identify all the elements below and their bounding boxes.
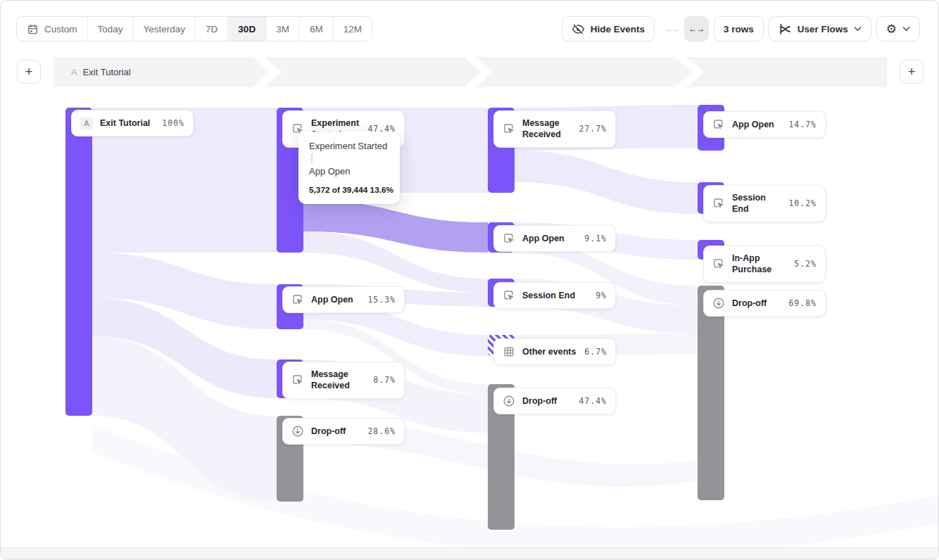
collapse-arrows-icon: →← — [664, 24, 679, 34]
node-card-message-received-3[interactable]: Message Received 27.7% — [493, 110, 616, 148]
node-card-other-events-3[interactable]: Other events 6.7% — [493, 338, 616, 365]
node-percentage: 100% — [162, 118, 184, 128]
view-selector-dropdown[interactable]: User Flows — [769, 16, 871, 42]
node-card-message-received-2[interactable]: Message Received 8.7% — [282, 362, 405, 399]
eye-off-icon — [572, 23, 585, 36]
plus-icon: + — [907, 64, 915, 79]
node-label: Message Received — [311, 369, 366, 392]
grid-icon — [503, 345, 515, 358]
node-percentage: 15.3% — [367, 295, 396, 305]
step-chevron-separator — [675, 57, 703, 87]
gear-icon: ⚙ — [886, 23, 897, 35]
flow-bar-drop-off-4[interactable] — [698, 286, 724, 500]
tooltip-stats: 5,372 of 39,444 13.6% — [309, 185, 389, 195]
event-icon — [503, 232, 515, 245]
hide-events-label: Hide Events — [591, 24, 645, 34]
expand-arrows-icon: ←→ — [688, 24, 704, 34]
node-label: App Open — [311, 294, 360, 305]
node-percentage: 14.7% — [788, 120, 817, 129]
node-percentage: 6.7% — [584, 347, 607, 357]
date-tab-label: Yesterday — [144, 24, 186, 34]
date-tab-custom[interactable]: Custom — [17, 17, 88, 41]
flow-link-message-session4[interactable] — [515, 151, 698, 214]
node-label: Message Received — [522, 117, 572, 141]
expand-columns-button[interactable]: ←→ — [684, 16, 709, 42]
steps-bar: A Exit Tutorial — [53, 57, 887, 87]
node-percentage: 10.2% — [788, 198, 817, 208]
toolbar-right-cluster: Hide Events →← ←→ 3 rows User Flows ⚙ — [562, 16, 920, 42]
event-icon — [712, 118, 725, 131]
date-tab-label: 6M — [310, 24, 323, 34]
toolbar: Custom Today Yesterday 7D 30D 3M 6M 12M … — [16, 16, 920, 42]
event-icon — [712, 257, 725, 270]
node-label: Drop-off — [732, 298, 781, 309]
node-card-session-end-3[interactable]: Session End 9% — [493, 282, 616, 309]
step-a-badge: A — [80, 117, 93, 129]
node-card-in-app-purchase-4[interactable]: In-App Purchase 5.2% — [703, 246, 826, 283]
step-chevron-separator — [253, 57, 281, 87]
node-card-drop-off-4[interactable]: Drop-off 69.8% — [703, 290, 826, 317]
node-percentage: 69.8% — [788, 298, 817, 308]
date-tab-label: 3M — [276, 24, 289, 34]
step-cell-exit-tutorial[interactable]: A Exit Tutorial — [71, 57, 131, 87]
date-tab-yesterday[interactable]: Yesterday — [134, 17, 196, 41]
date-tab-label: 30D — [238, 24, 256, 34]
date-tab-label: Custom — [44, 24, 77, 34]
node-card-drop-off-2[interactable]: Drop-off 28.6% — [282, 418, 405, 445]
node-card-app-open-4[interactable]: App Open 14.7% — [703, 111, 826, 138]
event-icon — [503, 289, 515, 302]
hide-events-button[interactable]: Hide Events — [562, 16, 655, 42]
node-card-session-end-4[interactable]: Session End 10.2% — [703, 185, 826, 222]
node-card-app-open-2[interactable]: App Open 15.3% — [282, 286, 405, 313]
date-tab-30d[interactable]: 30D — [228, 17, 266, 41]
rows-label: 3 rows — [724, 24, 754, 34]
add-step-right-button[interactable]: + — [900, 60, 924, 84]
step-badge: A — [71, 67, 77, 77]
drop-off-icon — [291, 425, 304, 438]
date-tab-3m[interactable]: 3M — [266, 17, 300, 41]
sankey-canvas: A Exit Tutorial 100% Experiment Started … — [1, 87, 939, 547]
settings-dropdown[interactable]: ⚙ — [876, 16, 920, 42]
event-icon — [712, 197, 725, 210]
step-name: Exit Tutorial — [83, 67, 131, 77]
date-tab-7d[interactable]: 7D — [196, 17, 228, 41]
user-flows-window: Custom Today Yesterday 7D 30D 3M 6M 12M … — [0, 0, 939, 560]
node-label: Session End — [732, 192, 781, 215]
date-tab-today[interactable]: Today — [88, 17, 134, 41]
node-label: In-App Purchase — [732, 253, 787, 276]
add-step-left-button[interactable]: + — [17, 60, 41, 84]
date-tab-label: 12M — [344, 24, 362, 34]
canvas-footer-scroll-strip — [1, 547, 938, 559]
date-tab-12m[interactable]: 12M — [334, 17, 372, 41]
date-range-picker: Custom Today Yesterday 7D 30D 3M 6M 12M — [16, 16, 372, 42]
node-label: App Open — [732, 119, 781, 130]
flow-link-tooltip: Experiment Started App Open 5,372 of 39,… — [298, 132, 400, 204]
date-tab-6m[interactable]: 6M — [300, 17, 334, 41]
step-chevron-separator — [464, 57, 492, 87]
node-card-drop-off-3[interactable]: Drop-off 47.4% — [493, 388, 616, 414]
node-label: Drop-off — [522, 395, 572, 407]
chevron-down-icon — [902, 26, 910, 32]
calendar-icon — [27, 23, 39, 35]
node-label: Other events — [522, 346, 577, 357]
plus-icon: + — [25, 64, 32, 79]
collapse-columns-button[interactable]: →← — [660, 16, 684, 42]
node-card-app-open-3[interactable]: App Open 9.1% — [493, 225, 616, 252]
event-icon — [291, 293, 304, 306]
node-percentage: 9.1% — [584, 234, 607, 243]
drop-off-icon — [503, 395, 515, 407]
node-percentage: 27.7% — [579, 124, 607, 134]
collapse-expand-toggle: →← ←→ — [660, 16, 709, 42]
node-percentage: 8.7% — [373, 375, 396, 385]
node-label: App Open — [522, 233, 577, 244]
event-icon — [291, 374, 304, 386]
node-label: Exit Tutorial — [100, 117, 155, 129]
chevron-down-icon — [854, 26, 862, 32]
node-card-exit-tutorial[interactable]: A Exit Tutorial 100% — [71, 110, 194, 136]
tooltip-source-event: Experiment Started — [309, 141, 389, 151]
node-percentage: 28.6% — [367, 426, 396, 436]
flow-bar-exit-tutorial[interactable] — [65, 108, 92, 416]
rows-button[interactable]: 3 rows — [714, 16, 764, 42]
event-icon — [503, 122, 515, 135]
tooltip-connector-dots — [311, 154, 313, 163]
